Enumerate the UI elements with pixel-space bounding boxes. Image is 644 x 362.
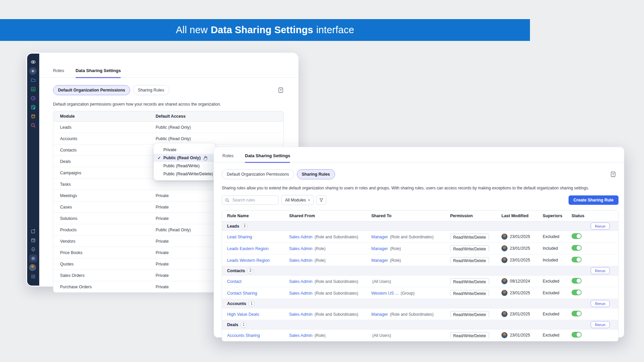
tab-roles[interactable]: Roles [53,68,64,77]
avatar [501,278,507,284]
pill-default-organization-permissions[interactable]: Default Organization Permissions [222,169,294,179]
module-name: Campaigns [60,171,156,175]
zoho-logo-icon[interactable] [29,58,37,66]
store-icon[interactable] [29,112,37,120]
status-toggle[interactable] [572,278,582,284]
shared-from-link[interactable]: Sales Admin [289,258,312,263]
notebook-icon[interactable] [29,103,37,111]
search-icon[interactable] [29,121,37,129]
group-name: Deals [227,322,238,327]
shared-from-detail: (Role) [313,258,325,263]
chart-icon[interactable] [29,85,37,93]
shared-to-link[interactable]: Manager [371,235,388,239]
sidebar-top-icons [29,57,37,130]
last-modified-date: 23/01/2025 [510,234,530,239]
status-toggle[interactable] [572,332,582,338]
module-group-row: Deals 1 Rerun [222,320,618,329]
clock-icon[interactable] [29,94,37,102]
dropdown-option[interactable]: ✓ Public (Read Only) [154,154,215,162]
shared-from-detail: (Role) [313,333,325,338]
shared-from-link[interactable]: Sales Admin [289,291,312,296]
rerun-button[interactable]: Rerun [591,321,610,328]
dropdown-option-label: Public (Read/Write) [163,164,200,168]
folder-icon[interactable] [29,76,37,84]
module-row[interactable]: Accounts Public (Read Only) ▴ [53,133,283,144]
default-access-value: Private [156,273,169,278]
help-doc-icon[interactable]: ? [278,87,284,93]
pill-default-organization-permissions[interactable]: Default Organization Permissions [53,85,130,95]
compose-icon[interactable] [29,227,37,235]
rerun-button[interactable]: Rerun [591,223,610,230]
shared-to-detail: (Group) [399,291,415,296]
desktop-background: All new Data Sharing Settings interface … [0,0,644,362]
sharing-rule-row: Contact Sales Admin (Role and Subordinat… [222,276,618,287]
avatar [501,234,507,240]
shared-to-link[interactable]: Western US ... [371,291,398,296]
avatar [501,257,507,263]
avatar [501,332,507,338]
sharing-rules-window: Roles Data Sharing Settings Default Orga… [214,147,624,338]
rule-name-link[interactable]: Contact [227,279,241,284]
access-dropdown-menu: Private ✓ Public (Read Only) Public (Rea… [154,143,215,180]
sharing-rule-row: Accounts Sharing Sales Admin (Role) (All… [222,329,618,341]
chevron-down-icon: ▾ [308,198,310,202]
dropdown-option[interactable]: Public (Read/Write/Delete) [154,170,215,178]
superiors-value: Included [543,258,572,262]
dropdown-option[interactable]: Private [154,146,215,154]
shared-from-link[interactable]: Sales Admin [289,279,312,284]
rule-name-link[interactable]: High Value Deals [227,312,259,317]
shared-from-link[interactable]: Sales Admin [289,246,312,251]
pill-sharing-rules[interactable]: Sharing Rules [133,85,169,95]
dropdown-option-label: Public (Read Only) [163,156,201,160]
module-row[interactable]: Leads Public (Read Only) ▴ [53,122,283,133]
pill-sharing-rules[interactable]: Sharing Rules [297,169,335,179]
filter-button[interactable] [316,195,326,205]
search-rules-input[interactable] [232,197,275,203]
plus-icon[interactable] [29,67,37,75]
avatar [501,290,507,296]
tab-data-sharing-settings[interactable]: Data Sharing Settings [75,68,121,77]
shared-from-detail: (Role and Subordinates) [313,291,358,296]
dropdown-option-label: Private [163,147,176,152]
status-toggle[interactable] [572,257,582,262]
shared-from-link[interactable]: Sales Admin [289,333,312,338]
grid-icon[interactable] [29,273,37,281]
status-toggle[interactable] [572,245,582,251]
shared-to-link[interactable]: Manager [371,246,388,251]
rule-name-link[interactable]: Contact Sharing [227,291,257,296]
rerun-button[interactable]: Rerun [591,300,610,307]
default-access-value: Public (Read Only) [156,136,191,141]
help-doc-icon[interactable]: ? [610,171,616,177]
group-name: Leads [227,224,239,229]
default-access-table-header: Module Default Access [53,111,283,122]
shared-from-link[interactable]: Sales Admin [289,235,312,239]
module-filter-select[interactable]: All Modules ▾ [281,195,314,205]
status-toggle[interactable] [572,311,582,316]
status-toggle[interactable] [572,233,582,239]
user-avatar[interactable] [29,264,36,271]
rule-name-link[interactable]: Leads Eastern Region [227,246,269,251]
create-sharing-rule-button[interactable]: Create Sharing Rule [569,195,619,205]
sharing-rule-row: Contact Sharing Sales Admin (Role and Su… [222,287,618,299]
dropdown-option-label: Public (Read/Write/Delete) [163,172,213,176]
permission-badge: Read/Write/Delete [450,278,489,284]
tab-data-sharing-settings[interactable]: Data Sharing Settings [245,153,290,162]
rules-toolbar: All Modules ▾ Create Sharing Rule [222,195,619,205]
gear-icon[interactable] [29,254,37,262]
dropdown-option[interactable]: Public (Read/Write) [154,162,215,170]
rule-name-link[interactable]: Lead Sharing [227,235,252,239]
sharing-rule-row: High Value Deals Sales Admin (Role and S… [222,308,618,320]
shared-from-link[interactable]: Sales Admin [289,312,312,317]
calendar-icon[interactable] [29,236,37,244]
rule-name-link[interactable]: Leads Western Region [227,258,270,263]
tab-roles[interactable]: Roles [222,153,233,162]
status-toggle[interactable] [572,290,582,295]
funnel-icon [319,198,324,202]
bell-icon[interactable] [29,245,37,253]
left-description: Default organization permissions govern … [53,102,284,107]
shared-to-link[interactable]: Manager [371,258,388,263]
rerun-button[interactable]: Rerun [591,267,610,274]
rule-name-link[interactable]: Accounts Sharing [227,333,260,338]
shared-to-link[interactable]: Manager [371,312,388,317]
superiors-value: Excluded [543,312,572,316]
